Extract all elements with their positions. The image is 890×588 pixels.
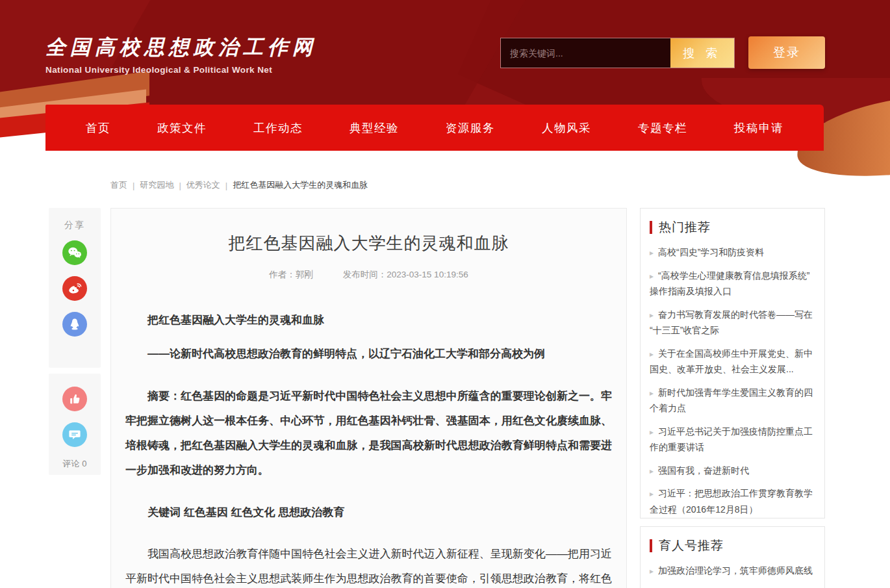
- list-item[interactable]: ▸强国有我，奋进新时代: [650, 463, 815, 479]
- triangle-bullet-icon: ▸: [650, 467, 654, 476]
- list-item[interactable]: ▸奋力书写教育发展的时代答卷——写在“十三五”收官之际: [650, 307, 815, 339]
- nav-item-submission[interactable]: 投稿申请: [734, 120, 783, 136]
- list-item[interactable]: ▸“高校学生心理健康教育信息填报系统”操作指南及填报入口: [650, 268, 815, 300]
- hot-recommendations-panel: 热门推荐 ▸高校“四史”学习和防疫资料 ▸“高校学生心理健康教育信息填报系统”操…: [640, 208, 825, 518]
- article-meta: 作者：郭刚 发布时间：2023-03-15 10:19:56: [125, 269, 612, 281]
- breadcrumb-research[interactable]: 研究园地: [140, 179, 173, 191]
- wechat-icon: [67, 245, 83, 261]
- site-logo-title: 全国高校思想政治工作网: [45, 34, 317, 61]
- nav-item-resources[interactable]: 资源服务: [446, 120, 495, 136]
- breadcrumb-papers[interactable]: 优秀论文: [186, 179, 220, 191]
- reaction-panel: 评论 0: [49, 374, 101, 475]
- red-accent-bar: [650, 539, 652, 552]
- hot-recommendations-header: 热门推荐: [650, 219, 815, 236]
- article-paragraph: 我国高校思想政治教育伴随中国特色社会主义进入新时代迈入新征程、呈现新变化——把用…: [125, 542, 612, 588]
- triangle-bullet-icon: ▸: [650, 272, 654, 281]
- breadcrumb-home[interactable]: 首页: [110, 179, 127, 191]
- article-panel: 把红色基因融入大学生的灵魂和血脉 作者：郭刚 发布时间：2023-03-15 1…: [110, 208, 627, 588]
- main-nav: 首页 政策文件 工作动态 典型经验 资源服务 人物风采 专题专栏 投稿申请: [45, 105, 824, 151]
- article-heading-line2: ——论新时代高校思想政治教育的鲜明特点，以辽宁石油化工大学和部分高校为例: [125, 342, 612, 366]
- triangle-bullet-icon: ▸: [650, 567, 654, 576]
- login-button[interactable]: 登录: [748, 36, 825, 69]
- search-button[interactable]: 搜 索: [670, 38, 734, 68]
- like-button[interactable]: [62, 387, 87, 411]
- triangle-bullet-icon: ▸: [650, 428, 654, 437]
- share-label: 分享: [64, 220, 85, 231]
- article-publish-time: 发布时间：2023-03-15 10:19:56: [343, 269, 468, 281]
- breadcrumb: 首页 | 研究园地 | 优秀论文 | 把红色基因融入大学生的灵魂和血脉: [110, 179, 368, 191]
- thumbs-up-icon: [67, 391, 83, 407]
- qq-icon: [67, 316, 83, 332]
- site-logo[interactable]: 全国高校思想政治工作网 National University Ideologi…: [45, 34, 317, 75]
- list-item[interactable]: ▸习近平总书记关于加强疫情防控重点工作的重要讲话: [650, 424, 815, 455]
- nav-item-work-news[interactable]: 工作动态: [253, 120, 303, 136]
- yuren-recommendations-panel: 育人号推荐 ▸加强政治理论学习，筑牢师德师风底线: [640, 526, 825, 588]
- share-panel: 分享: [49, 208, 101, 368]
- breadcrumb-current: 把红色基因融入大学生的灵魂和血脉: [233, 179, 368, 191]
- comment-bubble-icon: [67, 427, 83, 442]
- list-item[interactable]: ▸新时代加强青年学生爱国主义教育的四个着力点: [650, 385, 815, 416]
- breadcrumb-separator: |: [179, 181, 181, 190]
- nav-item-typical-experience[interactable]: 典型经验: [350, 120, 399, 136]
- article-heading-line1: 把红色基因融入大学生的灵魂和血脉: [125, 308, 612, 333]
- nav-item-home[interactable]: 首页: [86, 120, 110, 136]
- comment-count-label: 评论 0: [63, 458, 87, 470]
- weibo-icon: [67, 281, 83, 296]
- nav-item-policy[interactable]: 政策文件: [157, 120, 207, 136]
- article-title: 把红色基因融入大学生的灵魂和血脉: [125, 232, 612, 255]
- article-body: 把红色基因融入大学生的灵魂和血脉 ——论新时代高校思想政治教育的鲜明特点，以辽宁…: [125, 308, 612, 588]
- article-abstract: 摘要：红色基因的命题是习近平新时代中国特色社会主义思想中所蕴含的重要理论创新之一…: [125, 384, 612, 483]
- qq-share-button[interactable]: [62, 312, 87, 337]
- triangle-bullet-icon: ▸: [650, 350, 654, 359]
- breadcrumb-separator: |: [225, 181, 227, 190]
- site-logo-subtitle: National University Ideological & Politi…: [45, 65, 317, 75]
- nav-item-people[interactable]: 人物风采: [542, 120, 591, 136]
- article-keywords: 关键词 红色基因 红色文化 思想政治教育: [125, 500, 612, 525]
- list-item[interactable]: ▸高校“四史”学习和防疫资料: [650, 244, 815, 261]
- triangle-bullet-icon: ▸: [650, 248, 654, 257]
- search-bar: 搜 索: [500, 38, 735, 68]
- article-author: 作者：郭刚: [269, 269, 313, 281]
- breadcrumb-separator: |: [133, 181, 134, 190]
- list-item[interactable]: ▸关于在全国高校师生中开展党史、新中国史、改革开放史、社会主义发展...: [650, 346, 815, 377]
- wechat-share-button[interactable]: [62, 240, 87, 265]
- triangle-bullet-icon: ▸: [650, 311, 654, 320]
- list-item[interactable]: ▸加强政治理论学习，筑牢师德师风底线: [650, 563, 815, 579]
- yuren-recommendations-title: 育人号推荐: [659, 537, 724, 554]
- hot-recommendations-title: 热门推荐: [659, 219, 711, 236]
- weibo-share-button[interactable]: [62, 276, 87, 301]
- yuren-recommendations-header: 育人号推荐: [650, 537, 815, 554]
- triangle-bullet-icon: ▸: [650, 489, 654, 498]
- page: 全国高校思想政治工作网 National University Ideologi…: [0, 0, 890, 588]
- red-accent-bar: [650, 221, 652, 234]
- list-item[interactable]: ▸习近平：把思想政治工作贯穿教育教学全过程（2016年12月8日）: [650, 485, 815, 517]
- comment-button[interactable]: [62, 422, 87, 447]
- search-input[interactable]: [501, 38, 670, 68]
- nav-item-special-columns[interactable]: 专题专栏: [638, 120, 687, 136]
- triangle-bullet-icon: ▸: [650, 389, 654, 398]
